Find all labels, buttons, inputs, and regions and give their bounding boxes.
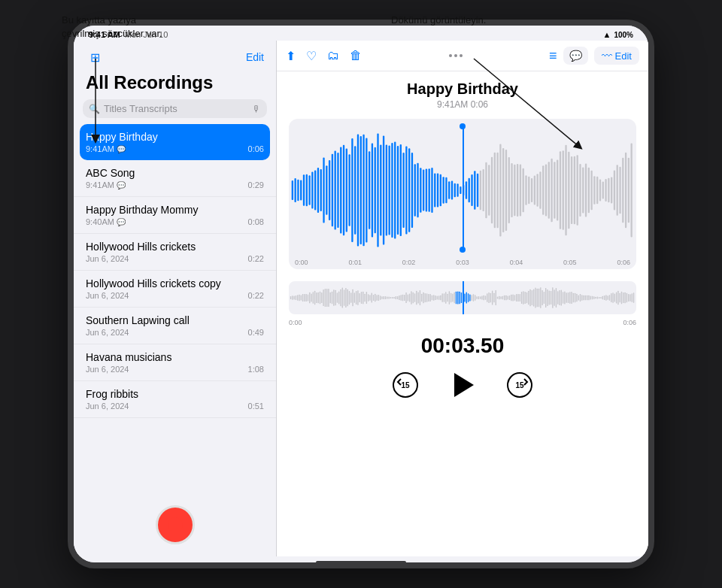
rec-meta-row: Jun 6, 20240:51 xyxy=(86,402,264,411)
svg-rect-33 xyxy=(380,144,381,235)
skip-forward-icon: 15 xyxy=(506,371,533,399)
svg-rect-282 xyxy=(566,292,566,303)
svg-rect-190 xyxy=(408,294,408,301)
svg-rect-224 xyxy=(466,292,467,303)
svg-rect-129 xyxy=(302,294,303,302)
svg-rect-98 xyxy=(565,145,566,236)
skip-back-button[interactable]: 15 xyxy=(392,371,419,399)
recording-item-6[interactable]: Southern Lapwing callJun 6, 20240:49 xyxy=(74,308,276,344)
rec-title: Happy Birthday Mommy xyxy=(86,204,264,216)
svg-rect-135 xyxy=(313,292,314,303)
svg-rect-154 xyxy=(345,288,346,308)
svg-rect-300 xyxy=(597,296,598,299)
status-left: 9:41 AM Mon Jun 10 xyxy=(89,30,168,39)
svg-rect-247 xyxy=(505,296,506,301)
svg-rect-148 xyxy=(335,290,335,305)
share-icon[interactable]: ⬆ xyxy=(286,49,296,63)
recording-item-4[interactable]: Hollywood Hills cricketsJun 6, 20240:22 xyxy=(74,234,276,271)
svg-rect-114 xyxy=(611,177,612,203)
svg-rect-69 xyxy=(483,169,484,211)
svg-rect-208 xyxy=(438,296,439,299)
rec-title: ABC Song xyxy=(86,167,264,179)
svg-rect-302 xyxy=(600,297,601,299)
svg-rect-301 xyxy=(599,297,599,299)
mini-waveform[interactable] xyxy=(289,281,636,314)
rec-meta-row: 9:41AM 💬0:06 xyxy=(86,144,264,153)
svg-rect-19 xyxy=(340,147,341,234)
search-bar[interactable]: 🔍 Titles Transcripts 🎙 xyxy=(83,99,267,118)
svg-rect-150 xyxy=(338,292,339,305)
svg-rect-213 xyxy=(447,294,447,302)
svg-rect-126 xyxy=(297,295,298,300)
playback-time: 00:03.50 xyxy=(277,326,648,362)
svg-rect-294 xyxy=(587,296,587,301)
edit-button[interactable]: Edit xyxy=(246,51,264,63)
rec-meta-row: Jun 6, 20240:49 xyxy=(86,328,264,337)
svg-rect-203 xyxy=(429,294,430,302)
folder-icon[interactable]: 🗂 xyxy=(327,49,339,62)
svg-rect-174 xyxy=(380,296,381,299)
transcript-icon: 💬 xyxy=(117,218,126,226)
svg-rect-234 xyxy=(483,296,484,300)
svg-rect-214 xyxy=(449,291,450,304)
svg-rect-163 xyxy=(361,292,362,304)
app-container: ⊞ Edit All Recordings 🔍 Titles Transcrip… xyxy=(74,41,648,556)
svg-rect-86 xyxy=(531,178,532,202)
svg-rect-145 xyxy=(330,292,331,303)
recording-item-1[interactable]: Happy Birthday9:41AM 💬0:06 xyxy=(80,124,270,160)
recording-item-5[interactable]: Hollywood Hills crickets copyJun 6, 2024… xyxy=(74,271,276,308)
svg-rect-30 xyxy=(372,143,373,237)
svg-rect-80 xyxy=(514,165,515,216)
recording-item-2[interactable]: ABC Song9:41AM 💬0:29 xyxy=(74,160,276,197)
record-button[interactable] xyxy=(156,505,195,544)
svg-rect-104 xyxy=(582,168,584,214)
svg-rect-277 xyxy=(557,291,558,304)
favorite-icon[interactable]: ♡ xyxy=(306,49,317,63)
svg-rect-44 xyxy=(411,153,413,228)
svg-rect-55 xyxy=(442,177,444,203)
svg-rect-232 xyxy=(480,296,481,299)
rec-meta: Jun 6, 2024 xyxy=(86,291,129,300)
svg-rect-187 xyxy=(402,295,403,302)
svg-rect-161 xyxy=(357,290,358,305)
svg-rect-16 xyxy=(332,154,333,226)
transcript-button[interactable]: 💬 xyxy=(563,47,588,65)
svg-rect-251 xyxy=(512,295,513,302)
play-button[interactable] xyxy=(446,368,479,402)
svg-rect-192 xyxy=(411,291,411,304)
recording-item-3[interactable]: Happy Birthday Mommy9:40AM 💬0:08 xyxy=(74,197,276,234)
svg-rect-17 xyxy=(335,151,336,230)
rec-title: Happy Birthday xyxy=(86,131,264,143)
filter-icon[interactable]: ≡ xyxy=(549,48,557,64)
svg-rect-113 xyxy=(608,178,609,203)
skip-forward-button[interactable]: 15 xyxy=(506,371,533,399)
rec-meta-row: Jun 6, 20241:08 xyxy=(86,365,264,374)
mini-time-labels: 0:00 0:06 xyxy=(277,317,648,326)
svg-rect-54 xyxy=(440,174,441,207)
edit-right-button[interactable]: 〰 Edit xyxy=(594,47,639,65)
svg-rect-79 xyxy=(511,163,512,217)
svg-rect-307 xyxy=(609,295,610,300)
svg-rect-100 xyxy=(571,156,572,224)
svg-rect-37 xyxy=(391,143,393,238)
svg-rect-155 xyxy=(347,289,347,307)
svg-rect-279 xyxy=(561,290,562,306)
time-labels: 0:00 0:01 0:02 0:03 0:04 0:05 0:06 xyxy=(289,259,636,266)
recording-item-8[interactable]: Frog ribbitsJun 6, 20240:51 xyxy=(74,381,276,418)
svg-rect-175 xyxy=(381,296,382,299)
svg-rect-268 xyxy=(542,290,542,305)
svg-text:15: 15 xyxy=(401,381,410,389)
right-panel: ⬆ ♡ 🗂 🗑 ≡ 💬 〰 Edit xyxy=(277,41,648,556)
svg-rect-293 xyxy=(585,296,586,301)
svg-rect-243 xyxy=(499,296,499,299)
rec-title: Southern Lapwing call xyxy=(86,314,264,326)
trash-icon[interactable]: 🗑 xyxy=(350,49,362,62)
svg-rect-15 xyxy=(329,160,330,220)
main-waveform[interactable]: 0:00 0:01 0:02 0:03 0:04 0:05 0:06 xyxy=(289,119,636,269)
svg-rect-7 xyxy=(306,174,308,207)
sidebar-toggle[interactable]: ⊞ xyxy=(86,48,104,66)
recording-item-7[interactable]: Havana musiciansJun 6, 20241:08 xyxy=(74,344,276,381)
svg-rect-172 xyxy=(376,295,377,300)
svg-rect-8 xyxy=(308,175,310,205)
svg-rect-286 xyxy=(573,293,574,303)
